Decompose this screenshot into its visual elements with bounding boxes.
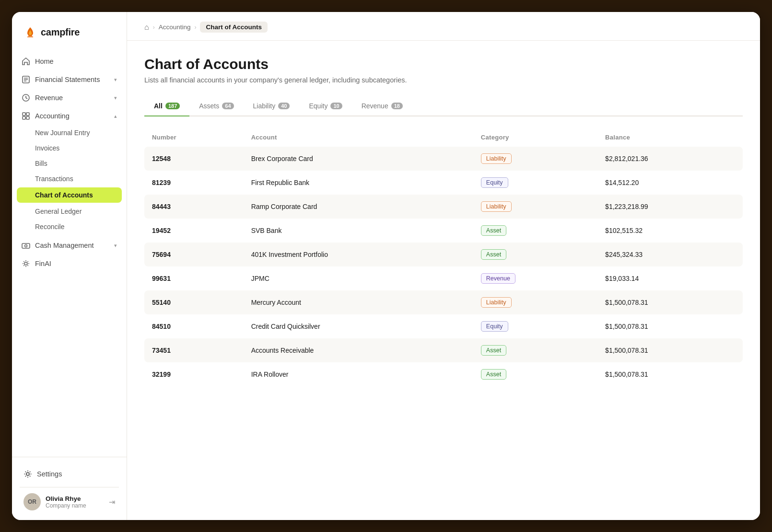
chart-of-accounts-label: Chart of Accounts [35, 191, 93, 199]
account-balance: $1,500,078.31 [597, 314, 743, 338]
page-subtitle: Lists all financial accounts in your com… [144, 76, 743, 84]
cash-icon [22, 241, 30, 250]
user-info: Olivia Rhye Company name [46, 495, 104, 509]
account-category: Equity [473, 171, 597, 195]
tab-all-badge: 187 [165, 103, 180, 109]
table-row[interactable]: 84443 Ramp Corporate Card Liability $1,2… [144, 195, 743, 219]
account-balance: $1,500,078.31 [597, 338, 743, 362]
category-badge: Asset [481, 225, 506, 236]
sidebar-item-financial-statements[interactable]: Financial Statements ▾ [12, 70, 127, 89]
account-balance: $245,324.33 [597, 243, 743, 266]
home-breadcrumb-icon[interactable]: ⌂ [144, 23, 149, 32]
financial-statements-label: Financial Statements [35, 76, 100, 83]
breadcrumb: ⌂ › Accounting › Chart of Accounts [127, 12, 760, 41]
sidebar-item-finai[interactable]: FinAI [12, 254, 127, 273]
account-number: 84443 [144, 195, 244, 219]
table-row[interactable]: 99631 JPMC Revenue $19,033.14 [144, 266, 743, 290]
tab-assets[interactable]: Assets 64 [189, 97, 243, 116]
sidebar-item-chart-of-accounts[interactable]: Chart of Accounts [17, 187, 122, 203]
sidebar: campfire Home Financial Statements ▾ [12, 12, 127, 520]
tab-all[interactable]: All 187 [144, 97, 189, 116]
table-row[interactable]: 32199 IRA Rollover Asset $1,500,078.31 [144, 362, 743, 386]
account-category: Asset [473, 219, 597, 243]
account-number: 32199 [144, 362, 244, 386]
accounting-icon [22, 112, 30, 120]
app-name: campfire [41, 27, 80, 38]
home-icon [22, 57, 30, 66]
table-row[interactable]: 73451 Accounts Receivable Asset $1,500,0… [144, 338, 743, 362]
category-badge: Revenue [481, 273, 515, 284]
reconcile-label: Reconcile [35, 223, 64, 231]
sidebar-item-bills[interactable]: Bills [12, 156, 127, 171]
account-balance: $19,033.14 [597, 266, 743, 290]
table-row[interactable]: 19452 SVB Bank Asset $102,515.32 [144, 219, 743, 243]
sidebar-item-invoices[interactable]: Invoices [12, 140, 127, 156]
account-category: Equity [473, 314, 597, 338]
table-row[interactable]: 55140 Mercury Account Liability $1,500,0… [144, 290, 743, 314]
svg-point-16 [26, 473, 29, 475]
account-category: Liability [473, 147, 597, 171]
new-journal-entry-label: New Journal Entry [35, 129, 90, 137]
account-category: Liability [473, 195, 597, 219]
tab-equity-badge: 10 [330, 103, 342, 109]
user-company: Company name [46, 502, 104, 509]
account-name: First Republic Bank [244, 171, 473, 195]
col-account: Account [244, 130, 473, 147]
account-number: 73451 [144, 338, 244, 362]
sidebar-item-reconcile[interactable]: Reconcile [12, 219, 127, 234]
chevron-down-icon: ▾ [114, 243, 117, 249]
sidebar-item-accounting[interactable]: Accounting ▴ [12, 107, 127, 125]
category-badge: Liability [481, 201, 512, 212]
breadcrumb-current: Chart of Accounts [200, 22, 268, 33]
user-section: OR Olivia Rhye Company name ⇥ [20, 487, 119, 512]
category-badge: Liability [481, 153, 512, 164]
table-row[interactable]: 75694 401K Investment Portfolio Asset $2… [144, 243, 743, 266]
sidebar-item-settings[interactable]: Settings [20, 465, 119, 483]
sidebar-item-cash-management[interactable]: Cash Management ▾ [12, 236, 127, 254]
account-name: SVB Bank [244, 219, 473, 243]
logout-button[interactable]: ⇥ [109, 497, 115, 507]
account-name: Ramp Corporate Card [244, 195, 473, 219]
svg-point-12 [25, 245, 27, 247]
tab-revenue-badge: 18 [391, 103, 403, 109]
category-badge: Equity [481, 321, 508, 332]
account-category: Asset [473, 362, 597, 386]
tabs-bar: All 187 Assets 64 Liability 40 Equity 10… [144, 97, 743, 116]
table-row[interactable]: 84510 Credit Card Quicksilver Equity $1,… [144, 314, 743, 338]
breadcrumb-sep-2: › [194, 24, 196, 31]
home-label: Home [35, 58, 54, 65]
chevron-down-icon: ▾ [114, 95, 117, 101]
category-badge: Asset [481, 369, 506, 380]
account-balance: $2,812,021.36 [597, 147, 743, 171]
logo[interactable]: campfire [12, 12, 127, 48]
sidebar-item-revenue[interactable]: Revenue ▾ [12, 89, 127, 107]
account-balance: $102,515.32 [597, 219, 743, 243]
gear-icon [23, 470, 32, 478]
svg-rect-10 [26, 116, 29, 119]
account-balance: $1,500,078.31 [597, 362, 743, 386]
table-row[interactable]: 81239 First Republic Bank Equity $14,512… [144, 171, 743, 195]
breadcrumb-accounting[interactable]: Accounting [159, 23, 191, 31]
svg-rect-7 [23, 113, 25, 116]
page-title: Chart of Accounts [144, 56, 743, 72]
finai-label: FinAI [35, 260, 51, 267]
sidebar-item-new-journal-entry[interactable]: New Journal Entry [12, 125, 127, 140]
main-nav: Home Financial Statements ▾ Reve [12, 48, 127, 457]
statements-icon [22, 75, 30, 84]
account-balance: $1,223,218.99 [597, 195, 743, 219]
sidebar-item-general-ledger[interactable]: General Ledger [12, 204, 127, 219]
page-body: Chart of Accounts Lists all financial ac… [127, 41, 760, 520]
category-badge: Asset [481, 345, 506, 356]
account-number: 81239 [144, 171, 244, 195]
sidebar-item-transactions[interactable]: Transactions [12, 171, 127, 186]
table-row[interactable]: 12548 Brex Corporate Card Liability $2,8… [144, 147, 743, 171]
tab-liability-badge: 40 [278, 103, 290, 109]
account-number: 75694 [144, 243, 244, 266]
tab-equity[interactable]: Equity 10 [299, 97, 351, 116]
transactions-label: Transactions [35, 175, 73, 183]
tab-liability[interactable]: Liability 40 [244, 97, 300, 116]
sidebar-item-home[interactable]: Home [12, 52, 127, 70]
invoices-label: Invoices [35, 144, 59, 152]
tab-revenue[interactable]: Revenue 18 [352, 97, 412, 116]
account-number: 12548 [144, 147, 244, 171]
